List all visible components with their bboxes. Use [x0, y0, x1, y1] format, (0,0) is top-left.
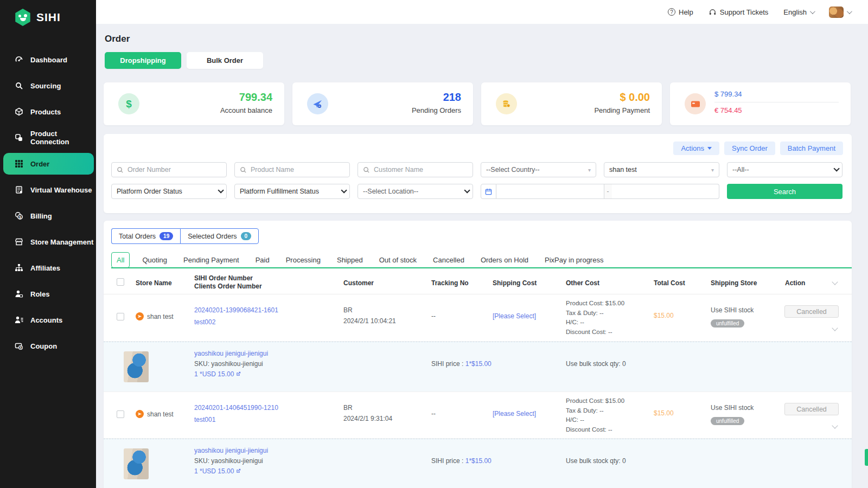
status-tab-shipped[interactable]: Shipped	[329, 253, 371, 267]
currency-balance-card: $ 799.34 € 754.45	[670, 82, 851, 125]
country-select[interactable]: --Select Country-- ▾	[481, 162, 596, 177]
chevron-down-icon	[341, 187, 347, 193]
col-shipping-store: Shipping Store	[711, 279, 757, 287]
status-tab-quoting[interactable]: Quoting	[134, 253, 175, 267]
platform-fulfillment-status-select[interactable]: Platform Fulfillment Status	[234, 184, 350, 199]
selected-orders-tab[interactable]: Selected Orders 0	[180, 228, 259, 244]
column-settings-chevron[interactable]	[833, 278, 837, 286]
sidebar-item-virtual-warehouse[interactable]: Virtual Warehouse	[0, 179, 96, 201]
link-icon	[236, 371, 241, 376]
status-tab-pixpay[interactable]: PixPay in progress	[537, 253, 611, 267]
shipping-cost-select-link[interactable]: [Please Select]	[493, 312, 536, 320]
sidebar-item-coupon[interactable]: 6 Coupon	[0, 335, 96, 357]
order-status-button[interactable]: Cancelled	[784, 403, 839, 415]
order-status-button[interactable]: Cancelled	[784, 305, 839, 318]
col-customer: Customer	[343, 279, 374, 287]
sidebar-item-sourcing[interactable]: Sourcing	[0, 75, 96, 97]
date-separator: -	[604, 184, 612, 199]
client-order-number-link[interactable]: test001	[194, 416, 215, 423]
product-sku: SKU: yaoshikou-jienigui	[194, 456, 268, 466]
product-name-link[interactable]: yaoshikou jienigui-jienigui	[194, 446, 268, 456]
top-header: ? Help Support Tickets English	[96, 0, 868, 24]
col-total-cost: Total Cost	[654, 279, 685, 287]
customer-country: BR	[343, 306, 353, 314]
date-end-input[interactable]	[612, 184, 720, 199]
floating-widget-tab[interactable]	[865, 449, 868, 466]
sidebar-item-product-connection[interactable]: Product Connection	[0, 127, 96, 149]
sihi-order-number-link[interactable]: 20240201-1399068421-1601	[194, 306, 278, 314]
date-start-input[interactable]	[496, 184, 604, 199]
status-tab-orders-on-hold[interactable]: Orders on Hold	[473, 253, 537, 267]
product-name-input[interactable]	[251, 166, 344, 174]
col-shipping-cost: Shipping Cost	[493, 279, 537, 287]
status-tab-processing[interactable]: Processing	[278, 253, 329, 267]
sihi-price-value[interactable]: 1*$15.00	[465, 360, 492, 368]
sidebar-item-dashboard[interactable]: Dashboard	[0, 49, 96, 70]
sidebar-item-order[interactable]: Order	[3, 153, 94, 175]
status-tab-cancelled[interactable]: Cancelled	[425, 253, 473, 267]
other-cost-cell: Product Cost: $15.00 Tax & Duty: -- H/C:…	[566, 396, 624, 434]
help-button[interactable]: ? Help	[668, 8, 693, 16]
col-store-name: Store Name	[136, 279, 172, 287]
product-qty-price-link[interactable]: 1 *USD 15.00	[194, 466, 268, 477]
total-orders-tab[interactable]: Total Orders 19	[111, 228, 180, 244]
search-button[interactable]: Search	[727, 184, 843, 199]
product-qty-price-link[interactable]: 1 *USD 15.00	[194, 369, 268, 380]
language-selector[interactable]: English	[783, 8, 814, 16]
calendar-icon[interactable]	[481, 184, 496, 199]
location-select[interactable]: --Select Location--	[358, 184, 473, 199]
sync-order-button[interactable]: Sync Order	[724, 142, 775, 155]
status-tab-paid[interactable]: Paid	[247, 253, 278, 267]
support-tickets-button[interactable]: Support Tickets	[709, 8, 769, 16]
orders-table-panel: Total Orders 19 Selected Orders 0 All Qu…	[104, 221, 852, 488]
caret-down-icon: ▾	[711, 167, 714, 173]
sihi-price-value[interactable]: 1*$15.00	[465, 457, 492, 465]
order-number-field	[111, 162, 227, 177]
user-menu[interactable]	[829, 7, 851, 18]
client-order-number-link[interactable]: test002	[194, 318, 215, 326]
status-tab-all[interactable]: All	[111, 252, 130, 268]
all-select[interactable]: --All--	[727, 162, 843, 177]
expand-row-chevron[interactable]	[833, 422, 837, 429]
customer-name-input[interactable]	[374, 166, 468, 174]
col-action: Action	[785, 279, 805, 287]
order-mode-tabs: Dropshipping Bulk Order	[105, 52, 263, 69]
connection-icon	[15, 133, 23, 142]
filter-row-2: Platform Order Status Platform Fulfillme…	[111, 184, 843, 199]
store-select[interactable]: shan test ▾	[604, 162, 719, 177]
batch-payment-button[interactable]: Batch Payment	[780, 142, 843, 155]
order-row: shan test 20240201-1406451990-1210 test0…	[104, 391, 852, 439]
sihi-order-number-link[interactable]: 20240201-1406451990-1210	[194, 404, 278, 412]
product-info: yaoshikou jienigui-jienigui SKU: yaoshik…	[194, 349, 268, 380]
actions-button[interactable]: Actions	[673, 142, 719, 155]
total-cost-value: $15.00	[654, 312, 674, 319]
order-number-input[interactable]	[127, 166, 221, 174]
svg-text:$: $	[19, 215, 21, 220]
bulk-stock-qty: Use bulk stock qty: 0	[566, 457, 626, 465]
sidebar-item-affiliates[interactable]: Affiliates	[0, 257, 96, 279]
product-image[interactable]	[124, 448, 149, 479]
sidebar-item-products[interactable]: Products	[0, 101, 96, 123]
search-icon	[363, 166, 370, 174]
status-tab-pending-payment[interactable]: Pending Payment	[175, 253, 247, 267]
product-name-link[interactable]: yaoshikou jienigui-jienigui	[194, 349, 268, 359]
tab-bulk-order[interactable]: Bulk Order	[187, 52, 263, 69]
sidebar-item-accounts[interactable]: Accounts	[0, 309, 96, 331]
sidebar-item-roles[interactable]: Roles	[0, 283, 96, 305]
expand-row-chevron[interactable]	[833, 324, 837, 332]
shipping-cost-select-link[interactable]: [Please Select]	[493, 410, 536, 418]
product-image[interactable]	[124, 351, 149, 382]
headset-icon	[709, 8, 717, 16]
row-checkbox[interactable]	[117, 410, 124, 418]
status-tab-out-of-stock[interactable]: Out of stock	[371, 253, 425, 267]
sidebar-item-store-management[interactable]: Store Management	[0, 231, 96, 253]
search-icon	[15, 81, 23, 90]
filter-row-1: --Select Country-- ▾ shan test ▾ --All--	[111, 162, 843, 177]
tab-dropshipping[interactable]: Dropshipping	[105, 52, 181, 69]
row-checkbox[interactable]	[117, 313, 124, 320]
platform-order-status-select[interactable]: Platform Order Status	[111, 184, 227, 199]
select-all-checkbox[interactable]	[117, 278, 124, 286]
sidebar-item-billing[interactable]: $ Billing	[0, 205, 96, 227]
order-row: shan test 20240201-1399068421-1601 test0…	[104, 294, 852, 342]
caret-down-icon	[707, 147, 712, 150]
